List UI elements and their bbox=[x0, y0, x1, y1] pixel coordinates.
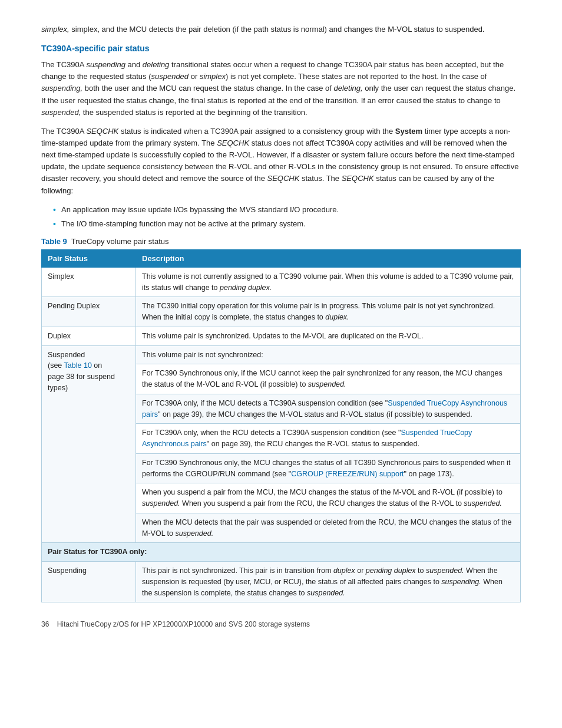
table-header-row: Pair Status Description bbox=[42, 249, 521, 267]
desc-suspended-5: For TC390 Synchronous only, the MCU chan… bbox=[136, 453, 521, 483]
desc-simplex: This volume is not currently assigned to… bbox=[136, 267, 521, 297]
cgroup-link[interactable]: CGROUP (FREEZE/RUN) support bbox=[291, 470, 404, 478]
bullet-item-2: The I/O time-stamping function may not b… bbox=[53, 218, 521, 230]
desc-pending-duplex: The TC390 initial copy operation for thi… bbox=[136, 297, 521, 327]
table-caption-text: TrueCopy volume pair status bbox=[67, 237, 169, 246]
table10-link[interactable]: Table 10 bbox=[64, 361, 92, 370]
status-simplex: Simplex bbox=[42, 267, 136, 297]
desc-suspended-4: For TC390A only, when the RCU detects a … bbox=[136, 424, 521, 454]
table-caption: Table 9 TrueCopy volume pair status bbox=[41, 237, 521, 246]
desc-suspending: This pair is not synchronized. This pair… bbox=[136, 562, 521, 602]
tc390a-header-cell: Pair Status for TC390A only: bbox=[42, 543, 521, 562]
table-row: Pending Duplex The TC390 initial copy op… bbox=[42, 297, 521, 327]
desc-duplex: This volume pair is synchronized. Update… bbox=[136, 327, 521, 345]
suspended-async-link-2[interactable]: Suspended TrueCopy Asynchronous pairs bbox=[142, 429, 472, 448]
desc-suspended-6: When you suspend a pair from the MCU, th… bbox=[136, 483, 521, 513]
table-row: Simplex This volume is not currently ass… bbox=[42, 267, 521, 297]
table-row: Suspending This pair is not synchronized… bbox=[42, 562, 521, 602]
bullet-list: An application may issue update I/Os byp… bbox=[53, 204, 521, 230]
desc-suspended-1: This volume pair is not synchronized: bbox=[136, 345, 521, 364]
body-para-2: The TC390A SEQCHK status is indicated wh… bbox=[41, 126, 521, 197]
page-number: 36 bbox=[41, 620, 49, 628]
col-header-description: Description bbox=[136, 249, 521, 267]
body-para-1: The TC390A suspending and deleting trans… bbox=[41, 59, 521, 118]
intro-simplex: simplex, bbox=[41, 25, 70, 34]
desc-suspended-3: For TC390A only, if the MCU detects a TC… bbox=[136, 394, 521, 424]
desc-suspended-2: For TC390 Synchronous only, if the MCU c… bbox=[136, 364, 521, 394]
section-heading: TC390A-specific pair status bbox=[41, 44, 521, 53]
intro-paragraph: simplex, simplex, and the MCU detects th… bbox=[41, 24, 521, 35]
tc390a-header-row: Pair Status for TC390A only: bbox=[42, 543, 521, 562]
status-suspending: Suspending bbox=[42, 562, 136, 602]
table-row: Duplex This volume pair is synchronized.… bbox=[42, 327, 521, 345]
status-suspended: Suspended (see Table 10 on page 38 for s… bbox=[42, 345, 136, 543]
desc-suspended-7: When the MCU detects that the pair was s… bbox=[136, 513, 521, 543]
footer: 36 Hitachi TrueCopy z/OS for HP XP12000/… bbox=[41, 620, 521, 628]
table-label: Table 9 bbox=[41, 237, 67, 246]
status-duplex: Duplex bbox=[42, 327, 136, 345]
col-header-status: Pair Status bbox=[42, 249, 136, 267]
bullet-item-1: An application may issue update I/Os byp… bbox=[53, 204, 521, 216]
pair-status-table: Pair Status Description Simplex This vol… bbox=[41, 249, 521, 603]
status-pending-duplex: Pending Duplex bbox=[42, 297, 136, 327]
suspended-async-link-1[interactable]: Suspended TrueCopy Asynchronous pairs bbox=[142, 399, 507, 419]
table-row: Suspended (see Table 10 on page 38 for s… bbox=[42, 345, 521, 364]
